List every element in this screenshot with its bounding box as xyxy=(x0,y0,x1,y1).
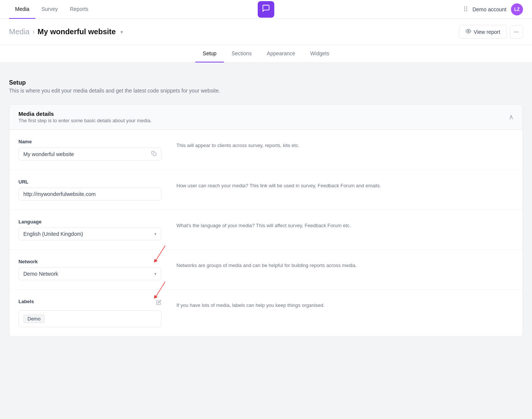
breadcrumb-current: My wonderful website xyxy=(38,27,116,36)
breadcrumb-dropdown-icon[interactable]: ▾ xyxy=(120,29,123,35)
nav-logo xyxy=(258,1,274,18)
form-right-url: How user can reach your media? This link… xyxy=(176,179,514,190)
label-name: Name xyxy=(18,139,161,144)
card-body: Name My wonderful website This will appe… xyxy=(9,130,523,336)
form-left-language: Language English (United Kingdom) ▾ xyxy=(18,219,161,240)
tab-setup[interactable]: Setup xyxy=(195,45,224,62)
hint-labels: If you have lots of media, labels can he… xyxy=(176,302,325,309)
form-left-labels: Labels Demo xyxy=(18,299,161,327)
input-name-value: My wonderful website xyxy=(23,151,151,157)
more-actions-button[interactable]: ··· xyxy=(510,25,523,39)
form-row-network: Network Demo Network ▾ Networks are grou… xyxy=(9,250,523,290)
setup-intro: Setup This is where you edit your media … xyxy=(9,72,523,98)
nav-tab-reports[interactable]: Reports xyxy=(64,0,94,19)
labels-area[interactable]: Demo xyxy=(18,310,161,327)
card-header-title: Media details xyxy=(18,111,152,117)
top-nav: Media Survey Reports ⠿ Demo account LZ xyxy=(0,0,532,19)
hint-url: How user can reach your media? This link… xyxy=(176,182,381,190)
input-name[interactable]: My wonderful website xyxy=(18,147,161,161)
breadcrumb-parent[interactable]: Media xyxy=(9,27,29,36)
form-row-language: Language English (United Kingdom) ▾ What… xyxy=(9,210,523,250)
svg-marker-5 xyxy=(154,295,158,299)
nav-tab-media[interactable]: Media xyxy=(9,0,35,19)
chat-icon xyxy=(262,4,270,14)
select-network-value: Demo Network xyxy=(23,271,58,277)
select-network[interactable]: Demo Network ▾ xyxy=(18,267,161,280)
label-tag-demo[interactable]: Demo xyxy=(23,314,45,323)
label-labels: Labels xyxy=(18,299,34,304)
nav-tab-survey[interactable]: Survey xyxy=(35,0,64,19)
tab-widgets[interactable]: Widgets xyxy=(303,45,337,62)
form-left-network: Network Demo Network ▾ xyxy=(18,259,161,280)
hint-network: Networks are groups of media and can be … xyxy=(176,262,357,269)
nav-tabs: Media Survey Reports xyxy=(9,0,94,19)
page-content: Setup This is where you edit your media … xyxy=(0,63,532,346)
breadcrumb: Media › My wonderful website ▾ xyxy=(9,27,123,36)
label-network: Network xyxy=(18,259,161,264)
view-report-button[interactable]: View report xyxy=(459,25,507,39)
input-url-value: http://mywonderfulwebsite.com xyxy=(23,191,157,197)
tab-sections[interactable]: Sections xyxy=(224,45,259,62)
setup-description: This is where you edit your media detail… xyxy=(9,88,523,94)
chevron-down-icon-network: ▾ xyxy=(154,271,157,276)
select-language[interactable]: English (United Kingdom) ▾ xyxy=(18,228,161,240)
account-label[interactable]: Demo account xyxy=(473,6,506,12)
card-header-desc: The first step is to enter some basic de… xyxy=(18,118,152,123)
breadcrumb-bar: Media › My wonderful website ▾ View repo… xyxy=(0,19,532,45)
select-language-value: English (United Kingdom) xyxy=(23,231,83,237)
hint-language: What's the language of your media? This … xyxy=(176,222,351,229)
media-details-card: Media details The first step is to enter… xyxy=(9,104,523,337)
sub-tabs: Setup Sections Appearance Widgets xyxy=(0,45,532,63)
form-row-name: Name My wonderful website This will appe… xyxy=(9,130,523,170)
nav-right: ⠿ Demo account LZ xyxy=(463,3,523,15)
form-right-name: This will appear to clients across surve… xyxy=(176,139,514,149)
form-right-language: What's the language of your media? This … xyxy=(176,219,514,229)
eye-icon xyxy=(465,28,471,35)
svg-point-0 xyxy=(468,30,469,32)
form-left-name: Name My wonderful website xyxy=(18,139,161,161)
card-header-info: Media details The first step is to enter… xyxy=(18,111,152,123)
form-row-labels: Labels Demo If you have lot xyxy=(9,290,523,336)
setup-title: Setup xyxy=(9,79,523,86)
view-report-label: View report xyxy=(474,29,500,35)
tab-appearance[interactable]: Appearance xyxy=(259,45,303,62)
form-right-labels: If you have lots of media, labels can he… xyxy=(176,299,514,309)
breadcrumb-separator: › xyxy=(32,29,34,35)
label-language: Language xyxy=(18,219,161,225)
breadcrumb-actions: View report ··· xyxy=(459,25,523,39)
card-header: Media details The first step is to enter… xyxy=(9,105,523,130)
copy-icon[interactable] xyxy=(151,151,157,157)
form-left-url: URL http://mywonderfulwebsite.com xyxy=(18,179,161,200)
label-url: URL xyxy=(18,179,161,185)
svg-rect-1 xyxy=(153,153,156,156)
form-row-url: URL http://mywonderfulwebsite.com How us… xyxy=(9,170,523,210)
input-url[interactable]: http://mywonderfulwebsite.com xyxy=(18,188,161,200)
chevron-down-icon: ▾ xyxy=(154,231,157,237)
edit-icon[interactable] xyxy=(156,300,161,306)
form-right-network: Networks are groups of media and can be … xyxy=(176,259,514,269)
collapse-icon[interactable]: ∧ xyxy=(509,113,514,121)
avatar[interactable]: LZ xyxy=(511,3,523,15)
hint-name: This will appear to clients across surve… xyxy=(176,142,299,149)
grid-icon[interactable]: ⠿ xyxy=(463,5,468,14)
